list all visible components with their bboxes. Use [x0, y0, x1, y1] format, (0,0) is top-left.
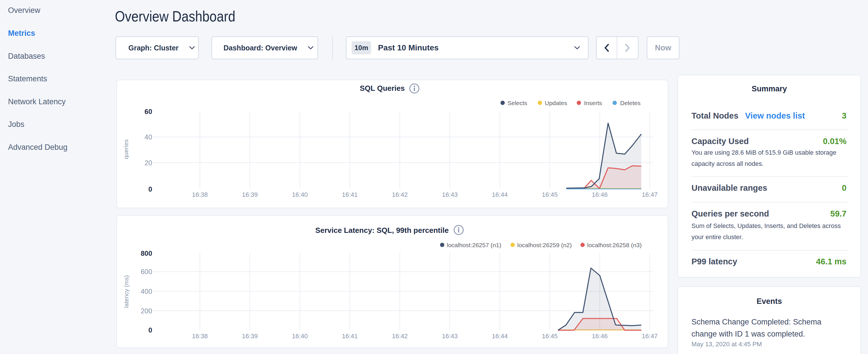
svg-text:16:47: 16:47	[642, 332, 658, 340]
svg-text:16:39: 16:39	[242, 191, 258, 198]
svg-text:800: 800	[141, 250, 152, 257]
svg-text:16:38: 16:38	[192, 332, 208, 340]
svg-text:16:46: 16:46	[592, 332, 608, 340]
svg-text:Updates: Updates	[545, 100, 567, 106]
svg-text:Inserts: Inserts	[584, 100, 602, 106]
svg-text:Service Latency: SQL, 99th per: Service Latency: SQL, 99th percentile	[315, 226, 448, 234]
svg-text:16:47: 16:47	[642, 191, 658, 198]
svg-text:16:45: 16:45	[542, 332, 558, 340]
svg-text:localhost:26258 (n3): localhost:26258 (n3)	[587, 242, 642, 248]
svg-text:16:41: 16:41	[342, 332, 358, 340]
svg-text:16:46: 16:46	[592, 191, 608, 198]
svg-text:16:40: 16:40	[292, 332, 308, 340]
svg-text:600: 600	[141, 268, 152, 276]
svg-text:200: 200	[141, 307, 152, 315]
svg-text:Deletes: Deletes	[620, 100, 641, 106]
svg-text:16:43: 16:43	[442, 332, 458, 340]
svg-text:16:42: 16:42	[392, 332, 408, 340]
svg-text:60: 60	[145, 108, 152, 116]
svg-text:40: 40	[145, 133, 152, 141]
svg-text:localhost:26257 (n1): localhost:26257 (n1)	[447, 242, 501, 248]
svg-text:SQL Queries: SQL Queries	[360, 84, 405, 93]
svg-text:16:45: 16:45	[542, 191, 558, 198]
svg-text:Selects: Selects	[507, 100, 527, 106]
svg-text:localhost:26259 (n2): localhost:26259 (n2)	[517, 242, 572, 248]
svg-text:16:44: 16:44	[492, 191, 508, 198]
svg-text:0: 0	[149, 326, 152, 334]
svg-text:16:41: 16:41	[342, 191, 358, 198]
svg-text:20: 20	[145, 159, 152, 167]
svg-text:16:42: 16:42	[392, 191, 408, 198]
svg-text:16:44: 16:44	[492, 332, 508, 340]
svg-text:400: 400	[141, 288, 152, 295]
svg-text:16:38: 16:38	[192, 191, 208, 198]
svg-text:16:40: 16:40	[292, 191, 308, 198]
svg-text:queries: queries	[123, 139, 129, 159]
svg-text:16:39: 16:39	[242, 332, 258, 340]
svg-text:16:43: 16:43	[442, 191, 458, 198]
svg-text:latency (ms): latency (ms)	[123, 275, 129, 308]
svg-text:0: 0	[149, 185, 152, 193]
